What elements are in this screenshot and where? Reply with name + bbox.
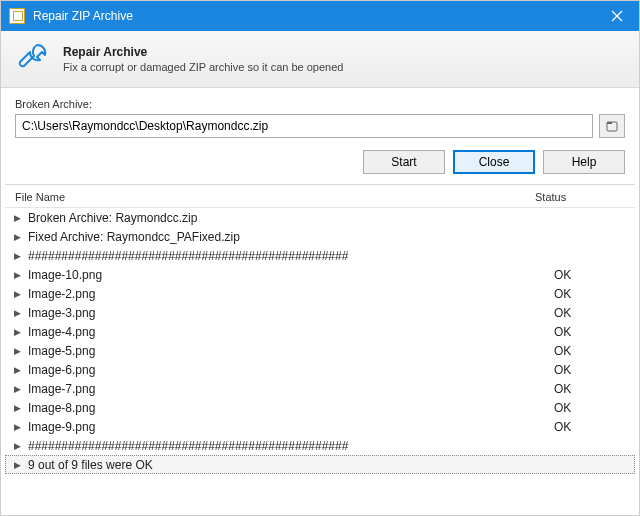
result-row[interactable]: ▶#######################################…	[5, 436, 635, 455]
expand-icon: ▶	[14, 251, 24, 261]
expand-icon: ▶	[14, 422, 24, 432]
result-row[interactable]: ▶Image-9.pngOK	[5, 417, 635, 436]
column-status[interactable]: Status	[535, 191, 625, 203]
result-row[interactable]: ▶Image-5.pngOK	[5, 341, 635, 360]
row-filename: Image-2.png	[28, 287, 554, 301]
wrench-icon	[15, 41, 51, 77]
expand-icon: ▶	[14, 289, 24, 299]
results-panel: File Name Status ▶Broken Archive: Raymon…	[1, 185, 639, 511]
input-section: Broken Archive:	[1, 88, 639, 138]
row-filename: ########################################…	[28, 249, 554, 263]
results-header: File Name Status	[5, 185, 635, 208]
browse-icon	[605, 119, 619, 133]
header-text: Repair Archive Fix a corrupt or damaged …	[63, 45, 343, 73]
row-status: OK	[554, 325, 624, 339]
result-row[interactable]: ▶Image-10.pngOK	[5, 265, 635, 284]
browse-button[interactable]	[599, 114, 625, 138]
row-status: OK	[554, 382, 624, 396]
row-filename: Image-8.png	[28, 401, 554, 415]
expand-icon: ▶	[14, 441, 24, 451]
app-icon	[9, 8, 25, 24]
result-row[interactable]: ▶Image-6.pngOK	[5, 360, 635, 379]
row-filename: Image-5.png	[28, 344, 554, 358]
expand-icon: ▶	[14, 403, 24, 413]
expand-icon: ▶	[14, 232, 24, 242]
result-row[interactable]: ▶Image-4.pngOK	[5, 322, 635, 341]
row-filename: Image-7.png	[28, 382, 554, 396]
button-row: Start Close Help	[1, 138, 639, 184]
results-body: ▶Broken Archive: Raymondcc.zip▶Fixed Arc…	[5, 208, 635, 474]
row-filename: Image-10.png	[28, 268, 554, 282]
row-filename: Fixed Archive: Raymondcc_PAFixed.zip	[28, 230, 554, 244]
path-row	[15, 114, 625, 138]
row-filename: Image-4.png	[28, 325, 554, 339]
row-status: OK	[554, 344, 624, 358]
expand-icon: ▶	[14, 384, 24, 394]
row-filename: 9 out of 9 files were OK	[28, 458, 554, 472]
result-row[interactable]: ▶Image-7.pngOK	[5, 379, 635, 398]
result-row[interactable]: ▶Image-8.pngOK	[5, 398, 635, 417]
result-row[interactable]: ▶#######################################…	[5, 246, 635, 265]
svg-rect-3	[607, 122, 612, 124]
result-row[interactable]: ▶Image-3.pngOK	[5, 303, 635, 322]
row-status: OK	[554, 287, 624, 301]
result-row[interactable]: ▶9 out of 9 files were OK	[5, 455, 635, 474]
result-row[interactable]: ▶Fixed Archive: Raymondcc_PAFixed.zip	[5, 227, 635, 246]
row-filename: Image-9.png	[28, 420, 554, 434]
expand-icon: ▶	[14, 213, 24, 223]
row-status: OK	[554, 268, 624, 282]
help-button[interactable]: Help	[543, 150, 625, 174]
titlebar: Repair ZIP Archive	[1, 1, 639, 31]
row-filename: Image-6.png	[28, 363, 554, 377]
expand-icon: ▶	[14, 327, 24, 337]
start-button[interactable]: Start	[363, 150, 445, 174]
archive-path-input[interactable]	[15, 114, 593, 138]
expand-icon: ▶	[14, 460, 24, 470]
header-title: Repair Archive	[63, 45, 343, 59]
expand-icon: ▶	[14, 270, 24, 280]
row-status: OK	[554, 306, 624, 320]
window-title: Repair ZIP Archive	[33, 9, 594, 23]
column-filename[interactable]: File Name	[15, 191, 535, 203]
close-icon	[611, 10, 623, 22]
expand-icon: ▶	[14, 308, 24, 318]
header-panel: Repair Archive Fix a corrupt or damaged …	[1, 31, 639, 88]
row-filename: Image-3.png	[28, 306, 554, 320]
row-status: OK	[554, 363, 624, 377]
broken-archive-label: Broken Archive:	[15, 98, 625, 110]
expand-icon: ▶	[14, 365, 24, 375]
result-row[interactable]: ▶Broken Archive: Raymondcc.zip	[5, 208, 635, 227]
close-button[interactable]: Close	[453, 150, 535, 174]
row-filename: ########################################…	[28, 439, 554, 453]
row-status: OK	[554, 401, 624, 415]
expand-icon: ▶	[14, 346, 24, 356]
row-filename: Broken Archive: Raymondcc.zip	[28, 211, 554, 225]
close-window-button[interactable]	[594, 1, 639, 31]
result-row[interactable]: ▶Image-2.pngOK	[5, 284, 635, 303]
header-subtitle: Fix a corrupt or damaged ZIP archive so …	[63, 61, 343, 73]
row-status: OK	[554, 420, 624, 434]
